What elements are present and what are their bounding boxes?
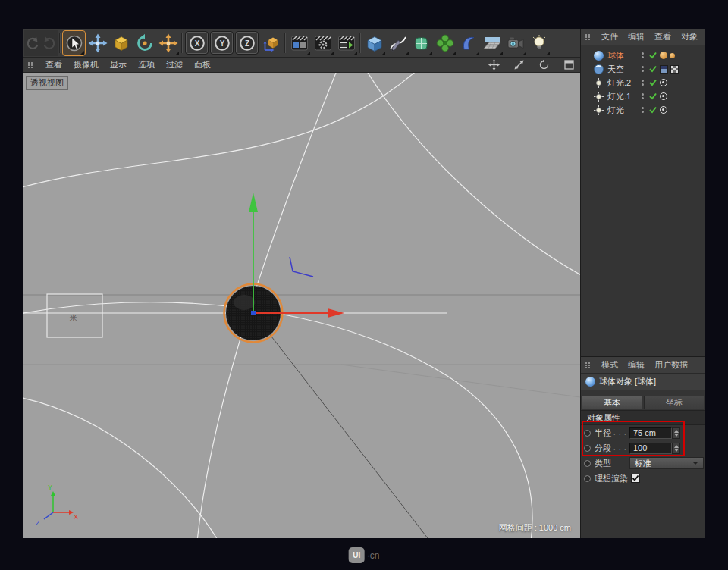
enabled-check-icon[interactable]	[649, 79, 657, 88]
compositing-tag-icon[interactable]	[670, 65, 679, 74]
tag-area[interactable]	[660, 52, 675, 59]
menu-view[interactable]: 查看	[46, 59, 62, 70]
om-menu-view[interactable]: 查看	[654, 31, 671, 42]
tag-area[interactable]	[660, 65, 679, 74]
add-generator-button[interactable]	[410, 30, 433, 56]
anim-dot-icon[interactable]	[584, 475, 591, 482]
viewport-canvas[interactable]: 米	[23, 73, 580, 538]
x-axis-icon: X	[188, 34, 206, 52]
add-light-button[interactable]	[527, 30, 551, 56]
rotate-tool-button[interactable]	[133, 30, 156, 56]
radius-input[interactable]: 75 cm	[629, 428, 672, 439]
anim-dot-icon[interactable]	[584, 445, 591, 452]
render-queue-button[interactable]	[334, 30, 358, 56]
lock-x-axis-button[interactable]: X	[185, 31, 209, 55]
render-view-button[interactable]	[287, 30, 311, 56]
add-environment-button[interactable]	[480, 30, 504, 56]
object-row-sky[interactable]: 天空	[581, 62, 705, 76]
object-name[interactable]: 灯光.2	[607, 77, 631, 89]
visibility-dots-icon[interactable]	[642, 80, 644, 86]
am-menu-edit[interactable]: 编辑	[628, 359, 645, 371]
menu-filter[interactable]: 过滤	[166, 59, 183, 70]
property-row-segments: 分段 . . . . . 100	[581, 440, 705, 456]
menu-display[interactable]: 显示	[110, 59, 127, 70]
enabled-check-icon[interactable]	[649, 92, 657, 102]
pan-view-icon[interactable]	[488, 59, 500, 71]
redo-button[interactable]	[41, 30, 58, 56]
move-tool-button[interactable]	[86, 30, 109, 56]
main-toolbar: X Y Z	[23, 29, 580, 58]
type-dropdown[interactable]: 标准	[629, 457, 704, 469]
visibility-dots-icon[interactable]	[642, 107, 644, 113]
tag-dot-icon[interactable]	[670, 53, 675, 58]
tag-area[interactable]	[660, 106, 667, 114]
target-tag-icon[interactable]	[660, 92, 667, 100]
live-selection-button[interactable]	[62, 30, 86, 56]
c4d-screenshot: X Y Z	[0, 0, 728, 570]
texture-tag-icon[interactable]	[660, 65, 668, 74]
tab-coordinates[interactable]: 坐标	[644, 396, 704, 409]
anim-dot-icon[interactable]	[584, 430, 591, 437]
lock-z-axis-button[interactable]: Z	[235, 31, 259, 55]
object-row-light1[interactable]: 灯光.1	[581, 89, 705, 103]
tag-area[interactable]	[660, 79, 667, 86]
add-spline-button[interactable]	[386, 30, 410, 56]
object-row-light[interactable]: 灯光	[581, 103, 705, 117]
dropdown-corner-icon	[475, 52, 479, 55]
zoom-view-icon[interactable]	[513, 59, 525, 71]
object-manager-menubar: 文件 编辑 查看 对象 标签	[581, 29, 705, 45]
panel-grip-icon[interactable]	[585, 362, 591, 368]
enabled-check-icon[interactable]	[649, 65, 657, 74]
add-array-button[interactable]	[433, 30, 457, 56]
panel-grip-icon[interactable]	[28, 62, 33, 68]
tag-area[interactable]	[660, 92, 667, 100]
target-tag-icon[interactable]	[660, 79, 667, 86]
object-name[interactable]: 灯光.1	[607, 91, 631, 102]
segments-input[interactable]: 100	[629, 443, 672, 454]
watermark: UI ·cn	[349, 547, 380, 563]
last-used-tool-button[interactable]	[156, 30, 180, 56]
grid-spacing-readout: 网格间距 : 1000 cm	[499, 522, 571, 534]
undo-button[interactable]	[24, 30, 41, 56]
perspective-viewport[interactable]: 米	[23, 73, 580, 538]
radius-spinner[interactable]	[672, 428, 680, 439]
object-name[interactable]: 天空	[607, 64, 624, 75]
om-menu-file[interactable]: 文件	[601, 31, 618, 42]
object-name[interactable]: 球体	[607, 50, 624, 61]
om-menu-object[interactable]: 对象	[681, 31, 698, 42]
menu-options[interactable]: 选项	[138, 59, 155, 70]
visibility-dots-icon[interactable]	[642, 66, 644, 72]
lock-y-axis-button[interactable]: Y	[210, 31, 234, 55]
enabled-check-icon[interactable]	[649, 52, 657, 61]
z-axis-handle[interactable]	[251, 311, 256, 315]
object-row-light2[interactable]: 灯光.2	[581, 76, 705, 89]
menu-camera[interactable]: 摄像机	[74, 59, 99, 70]
am-menu-userdata[interactable]: 用户数据	[654, 359, 688, 371]
rotate-view-icon[interactable]	[538, 59, 550, 71]
render-settings-button[interactable]	[311, 30, 334, 56]
coordinate-system-button[interactable]	[259, 30, 283, 56]
scale-tool-button[interactable]	[109, 30, 133, 56]
am-menu-mode[interactable]: 模式	[601, 359, 618, 371]
ideal-render-checkbox[interactable]	[631, 474, 640, 483]
gizmo-y-label: Y	[48, 484, 52, 491]
visibility-dots-icon[interactable]	[642, 93, 644, 99]
target-tag-icon[interactable]	[660, 106, 667, 114]
object-name[interactable]: 灯光	[607, 105, 624, 116]
enabled-check-icon[interactable]	[649, 106, 657, 115]
segments-spinner[interactable]	[672, 443, 680, 454]
add-camera-button[interactable]	[504, 30, 527, 56]
menu-panel[interactable]: 面板	[194, 59, 211, 70]
visibility-dots-icon[interactable]	[642, 52, 644, 58]
panel-grip-icon[interactable]	[585, 34, 591, 40]
spline-curves[interactable]	[23, 73, 580, 538]
attribute-title-bar: 球体对象 [球体]	[581, 374, 705, 390]
anim-dot-icon[interactable]	[584, 460, 591, 467]
om-menu-edit[interactable]: 编辑	[628, 31, 645, 42]
phong-tag-icon[interactable]	[660, 52, 667, 59]
add-primitive-button[interactable]	[362, 30, 386, 56]
object-row-sphere[interactable]: 球体	[581, 49, 705, 62]
tab-basic[interactable]: 基本	[582, 396, 642, 409]
add-deformer-button[interactable]	[457, 30, 480, 56]
toggle-view-icon[interactable]	[563, 59, 575, 71]
